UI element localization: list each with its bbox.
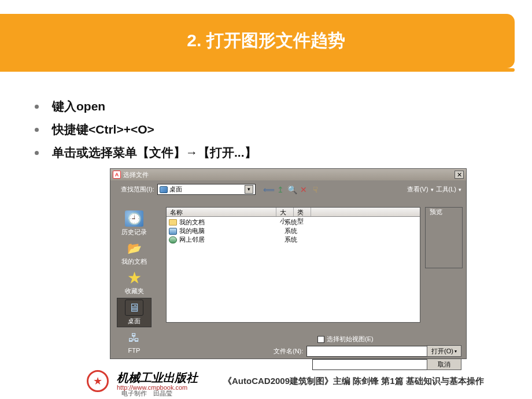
places-sidebar: 🕘 历史记录 📂 我的文档 ★ 收藏夹 🖥 桌面 🖧 FTP <box>110 207 158 359</box>
close-icon[interactable]: ✕ <box>455 171 464 179</box>
row-type: 系统 <box>285 218 297 227</box>
filename-row: 文件名(N): ▾ <box>274 346 452 357</box>
sidebar-item-label: FTP <box>128 347 141 354</box>
cancel-button[interactable]: 取消 <box>427 359 461 370</box>
list-item[interactable]: 我的电脑 系统 <box>169 227 418 235</box>
filetype-label: 文件类型(T): <box>274 360 309 369</box>
row-name: 网上邻居 <box>179 235 282 244</box>
up-icon[interactable]: ↥ <box>275 184 286 195</box>
topbar-right: 查看(V) ▾ 工具(L) ▾ <box>407 185 461 194</box>
filename-label: 文件名(N): <box>274 347 303 356</box>
sidebar-item-history[interactable]: 🕘 历史记录 <box>117 209 152 238</box>
chevron-down-icon[interactable]: ▾ <box>245 185 253 194</box>
look-in-value: 桌面 <box>169 185 182 194</box>
dialog-titlebar: A 选择文件 ✕ <box>110 169 466 180</box>
row-name: 我的电脑 <box>179 227 282 235</box>
hand-icon[interactable]: ☟ <box>310 184 320 195</box>
credit-line: 电子制作 田晶莹 <box>121 389 172 398</box>
bullet-item: 快捷键<Ctrl>+<O> <box>46 118 257 141</box>
initial-view-label: 选择初始视图(E) <box>327 335 374 343</box>
list-item[interactable]: 网上邻居 系统 <box>169 235 418 244</box>
look-in-combo[interactable]: 桌面 ▾ <box>157 184 256 195</box>
cancel-button-label: 取消 <box>438 360 450 369</box>
dialog-topbar: 查找范围(I): 桌面 ▾ ⟸ ↥ 🔍 ✕ ☟ 查看(V) ▾ 工具(L) ▾ <box>121 184 461 195</box>
sidebar-item-label: 历史记录 <box>121 228 147 235</box>
initial-view-checkbox[interactable] <box>317 336 324 343</box>
file-list-header: 名称 大小 类型 <box>167 208 420 217</box>
slide-title: 2. 打开图形文件趋势 <box>0 29 532 53</box>
dialog-title-text: 选择文件 <box>123 171 452 179</box>
title-underline <box>0 68 515 72</box>
bullet-item: 键入open <box>46 95 257 118</box>
computer-icon <box>169 228 177 235</box>
sidebar-item-ftp[interactable]: 🖧 FTP <box>117 328 152 355</box>
publisher-logo-icon <box>87 370 109 392</box>
open-button[interactable]: 打开(O) ▾ <box>427 345 461 357</box>
dialog-body: 查找范围(I): 桌面 ▾ ⟸ ↥ 🔍 ✕ ☟ 查看(V) ▾ 工具(L) ▾ <box>110 181 466 359</box>
desktop-icon: 🖥 <box>125 300 143 316</box>
publisher-block: 机械工业出版社 http://www.cmpbook.com <box>117 371 198 391</box>
sidebar-item-desktop[interactable]: 🖥 桌面 <box>117 298 152 327</box>
file-open-dialog: A 选择文件 ✕ 查找范围(I): 桌面 ▾ ⟸ ↥ 🔍 ✕ ☟ 查看(V) ▾… <box>110 168 467 359</box>
initial-view-row: 选择初始视图(E) <box>317 335 374 343</box>
nav-icon-group: ⟸ ↥ 🔍 ✕ ☟ <box>264 184 320 195</box>
sidebar-item-label: 桌面 <box>128 317 141 324</box>
col-size[interactable]: 大小 <box>276 208 294 216</box>
list-item[interactable]: 我的文档 系统 <box>169 218 418 227</box>
col-type[interactable]: 类型 <box>294 208 311 216</box>
tools-menu-label[interactable]: 工具(L) <box>436 185 456 194</box>
search-icon[interactable]: 🔍 <box>287 184 297 195</box>
back-icon[interactable]: ⟸ <box>264 184 274 195</box>
view-menu-label[interactable]: 查看(V) <box>407 185 428 194</box>
desktop-icon <box>160 186 168 193</box>
app-icon: A <box>113 171 121 179</box>
row-name: 我的文档 <box>179 218 282 227</box>
delete-icon[interactable]: ✕ <box>298 184 309 195</box>
filetype-value: 图形 (*.dwg) <box>315 360 350 369</box>
history-icon: 🕘 <box>125 210 143 227</box>
folder-icon <box>169 219 177 226</box>
chevron-down-icon: ▾ <box>455 349 457 354</box>
bullet-list: 键入open 快捷键<Ctrl>+<O> 单击或选择菜单【文件】→【打开...】 <box>46 95 257 164</box>
file-list[interactable]: 名称 大小 类型 我的文档 系统 我的电脑 系统 网上邻居 系统 <box>166 207 420 323</box>
publisher-name: 机械工业出版社 <box>117 371 198 384</box>
ftp-icon: 🖧 <box>125 330 143 346</box>
chevron-down-icon[interactable]: ▾ <box>459 187 461 193</box>
row-type: 系统 <box>285 227 297 235</box>
file-list-rows: 我的文档 系统 我的电脑 系统 网上邻居 系统 <box>167 217 420 245</box>
bullet-item: 单击或选择菜单【文件】→【打开...】 <box>46 141 257 164</box>
network-icon <box>169 237 177 243</box>
star-icon: ★ <box>125 269 143 286</box>
sidebar-item-label: 我的文档 <box>121 258 147 265</box>
open-button-label: 打开(O) <box>431 347 453 356</box>
row-type: 系统 <box>285 235 297 244</box>
sidebar-item-favorites[interactable]: ★ 收藏夹 <box>117 268 152 297</box>
look-in-label: 查找范围(I): <box>121 185 154 194</box>
col-name[interactable]: 名称 <box>167 208 276 216</box>
mydocs-icon: 📂 <box>125 240 143 256</box>
chevron-down-icon[interactable]: ▾ <box>431 187 434 193</box>
sidebar-item-label: 收藏夹 <box>125 287 144 294</box>
sidebar-item-mydocs[interactable]: 📂 我的文档 <box>117 239 152 267</box>
book-reference: 《AutoCAD2009建筑制图》主编 陈剑锋 第1篇 基础知识与基本操作 <box>223 376 484 387</box>
preview-label: 预览 <box>430 208 442 216</box>
